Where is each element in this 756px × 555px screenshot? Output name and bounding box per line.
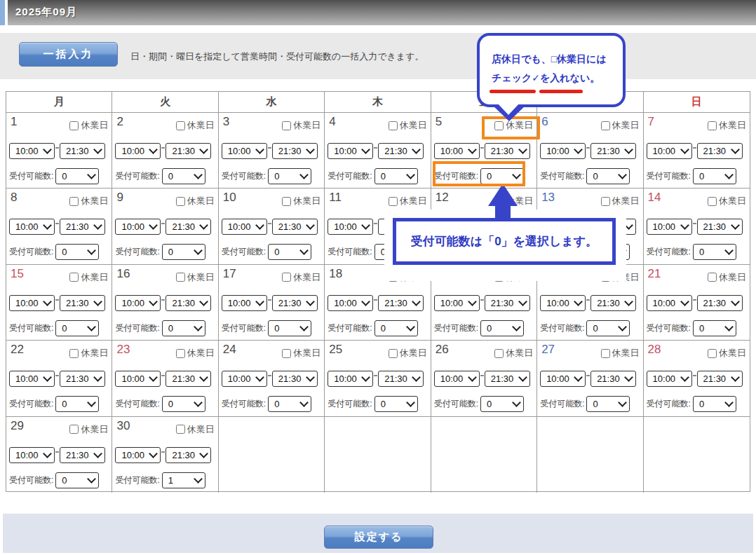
close-time-select[interactable]: 21:30 bbox=[166, 295, 211, 311]
open-time-select[interactable]: 10:00 bbox=[9, 219, 55, 235]
capacity-select[interactable]: 0 bbox=[374, 168, 418, 184]
open-time-select[interactable]: 10:00 bbox=[647, 371, 692, 387]
closed-day-control[interactable]: 休業日 bbox=[176, 423, 215, 436]
closed-day-control[interactable]: 休業日 bbox=[389, 347, 427, 359]
close-time-select[interactable]: 21:30 bbox=[60, 143, 105, 159]
close-time-select[interactable]: 21:30 bbox=[485, 295, 530, 311]
open-time-select[interactable]: 10:00 bbox=[328, 295, 373, 311]
capacity-select[interactable]: 0 bbox=[162, 396, 205, 412]
close-time-select[interactable]: 21:30 bbox=[166, 143, 211, 159]
closed-day-control[interactable]: 休業日 bbox=[601, 195, 640, 207]
open-time-select[interactable]: 10:00 bbox=[647, 295, 692, 311]
capacity-select[interactable]: 0 bbox=[162, 320, 205, 336]
closed-day-control[interactable]: 休業日 bbox=[176, 119, 215, 132]
close-time-select[interactable]: 21:30 bbox=[166, 371, 211, 387]
capacity-select[interactable]: 0 bbox=[55, 472, 99, 488]
close-time-select[interactable]: 21:30 bbox=[272, 219, 318, 235]
closed-day-checkbox[interactable] bbox=[176, 197, 185, 206]
closed-day-checkbox[interactable] bbox=[708, 121, 717, 130]
capacity-select[interactable]: 0 bbox=[693, 320, 736, 336]
capacity-select[interactable]: 0 bbox=[480, 396, 524, 412]
closed-day-checkbox[interactable] bbox=[176, 349, 185, 358]
open-time-select[interactable]: 10:00 bbox=[9, 447, 55, 463]
closed-day-control[interactable]: 休業日 bbox=[69, 347, 108, 359]
open-time-select[interactable]: 10:00 bbox=[9, 371, 55, 387]
close-time-select[interactable]: 21:30 bbox=[378, 143, 424, 159]
capacity-select[interactable]: 1 bbox=[162, 472, 205, 488]
close-time-select[interactable]: 21:30 bbox=[60, 219, 105, 235]
closed-day-control[interactable]: 休業日 bbox=[69, 423, 108, 436]
open-time-select[interactable]: 10:00 bbox=[115, 295, 161, 311]
close-time-select[interactable]: 21:30 bbox=[60, 295, 105, 311]
open-time-select[interactable]: 10:00 bbox=[328, 219, 373, 235]
close-time-select[interactable]: 21:30 bbox=[697, 295, 743, 311]
open-time-select[interactable]: 10:00 bbox=[222, 295, 267, 311]
capacity-select[interactable]: 0 bbox=[480, 320, 524, 336]
close-time-select[interactable]: 21:30 bbox=[485, 371, 530, 387]
closed-day-checkbox[interactable] bbox=[708, 197, 717, 206]
close-time-select[interactable]: 21:30 bbox=[590, 295, 636, 311]
closed-day-checkbox[interactable] bbox=[69, 121, 79, 130]
closed-day-checkbox[interactable] bbox=[176, 425, 185, 434]
closed-day-control[interactable]: 休業日 bbox=[601, 347, 640, 359]
closed-day-checkbox[interactable] bbox=[69, 349, 79, 358]
open-time-select[interactable]: 10:00 bbox=[647, 219, 692, 235]
open-time-select[interactable]: 10:00 bbox=[434, 371, 480, 387]
open-time-select[interactable]: 10:00 bbox=[328, 371, 373, 387]
capacity-select[interactable]: 0 bbox=[693, 168, 736, 184]
closed-day-control[interactable]: 休業日 bbox=[69, 119, 108, 132]
closed-day-checkbox[interactable] bbox=[69, 197, 79, 206]
capacity-select[interactable]: 0 bbox=[55, 320, 99, 336]
closed-day-checkbox[interactable] bbox=[708, 349, 717, 358]
closed-day-checkbox[interactable] bbox=[282, 197, 291, 206]
capacity-select[interactable]: 0 bbox=[268, 320, 311, 336]
close-time-select[interactable]: 21:30 bbox=[272, 143, 318, 159]
capacity-select[interactable]: 0 bbox=[162, 168, 205, 184]
open-time-select[interactable]: 10:00 bbox=[540, 143, 586, 159]
closed-day-control[interactable]: 休業日 bbox=[494, 347, 533, 359]
capacity-select[interactable]: 0 bbox=[586, 168, 630, 184]
open-time-select[interactable]: 10:00 bbox=[222, 143, 267, 159]
closed-day-control[interactable]: 休業日 bbox=[176, 195, 215, 207]
closed-day-checkbox[interactable] bbox=[69, 425, 79, 434]
open-time-select[interactable]: 10:00 bbox=[9, 143, 55, 159]
close-time-select[interactable]: 21:30 bbox=[60, 371, 105, 387]
close-time-select[interactable]: 21:30 bbox=[166, 447, 211, 463]
capacity-select[interactable]: 0 bbox=[693, 396, 736, 412]
capacity-select[interactable]: 0 bbox=[268, 168, 311, 184]
closed-day-checkbox[interactable] bbox=[282, 121, 291, 130]
close-time-select[interactable]: 21:30 bbox=[272, 371, 318, 387]
capacity-select[interactable]: 0 bbox=[268, 396, 311, 412]
capacity-select[interactable]: 0 bbox=[586, 396, 630, 412]
close-time-select[interactable]: 21:30 bbox=[60, 447, 105, 463]
close-time-select[interactable]: 21:30 bbox=[166, 219, 211, 235]
closed-day-control[interactable]: 休業日 bbox=[389, 195, 427, 207]
closed-day-control[interactable]: 休業日 bbox=[282, 271, 320, 284]
closed-day-control[interactable]: 休業日 bbox=[69, 271, 108, 284]
closed-day-checkbox[interactable] bbox=[389, 349, 398, 358]
closed-day-control[interactable]: 休業日 bbox=[708, 347, 746, 359]
close-time-select[interactable]: 21:30 bbox=[378, 371, 424, 387]
closed-day-checkbox[interactable] bbox=[494, 349, 504, 358]
close-time-select[interactable]: 21:30 bbox=[485, 143, 530, 159]
closed-day-checkbox[interactable] bbox=[282, 349, 291, 358]
closed-day-checkbox[interactable] bbox=[601, 197, 610, 206]
open-time-select[interactable]: 10:00 bbox=[222, 219, 267, 235]
closed-day-control[interactable]: 休業日 bbox=[708, 195, 746, 207]
open-time-select[interactable]: 10:00 bbox=[222, 371, 267, 387]
close-time-select[interactable]: 21:30 bbox=[697, 219, 743, 235]
close-time-select[interactable]: 21:30 bbox=[272, 295, 318, 311]
closed-day-checkbox[interactable] bbox=[282, 273, 291, 282]
closed-day-checkbox[interactable] bbox=[176, 121, 185, 130]
capacity-select[interactable]: 0 bbox=[374, 320, 418, 336]
closed-day-checkbox[interactable] bbox=[69, 273, 79, 282]
closed-day-checkbox[interactable] bbox=[176, 273, 185, 282]
closed-day-checkbox[interactable] bbox=[601, 349, 610, 358]
closed-day-control[interactable]: 休業日 bbox=[176, 347, 215, 359]
close-time-select[interactable]: 21:30 bbox=[378, 295, 424, 311]
open-time-select[interactable]: 10:00 bbox=[115, 447, 161, 463]
submit-button[interactable]: 設定する bbox=[324, 526, 433, 549]
capacity-select[interactable]: 0 bbox=[55, 168, 99, 184]
capacity-select[interactable]: 0 bbox=[55, 244, 99, 260]
close-time-select[interactable]: 21:30 bbox=[697, 143, 743, 159]
